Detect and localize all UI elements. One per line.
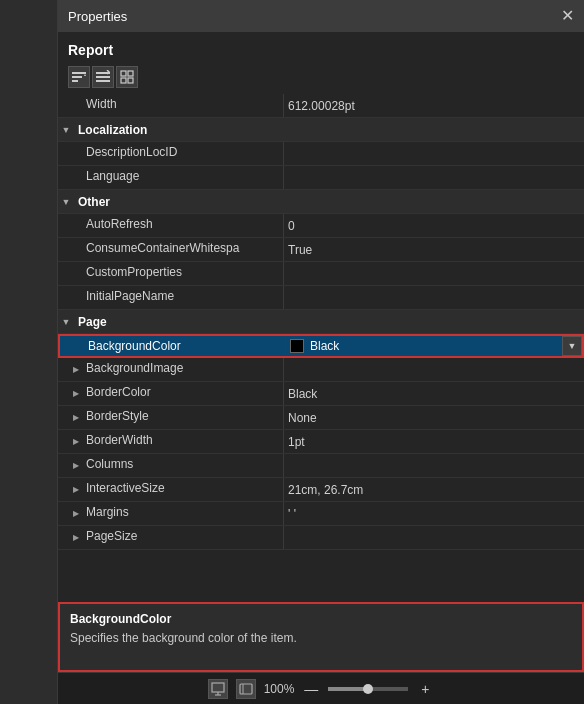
status-icon-2[interactable] bbox=[236, 679, 256, 699]
expander-descriptionlocid bbox=[68, 142, 84, 165]
svg-marker-3 bbox=[84, 74, 86, 76]
prop-value-borderwidth: 1pt bbox=[288, 435, 580, 449]
expander-consumecontainer bbox=[68, 238, 84, 261]
prop-value-margins: ' ' bbox=[288, 507, 580, 521]
prop-name-bordercolor: BorderColor bbox=[84, 382, 284, 405]
property-row-borderstyle[interactable]: ▶ BorderStyle None bbox=[58, 406, 584, 430]
prop-name-descriptionlocid: DescriptionLocID bbox=[84, 142, 284, 165]
svg-rect-2 bbox=[72, 80, 78, 82]
category-name-other: Other bbox=[74, 192, 114, 212]
prop-name-backgroundcolor: BackgroundColor bbox=[86, 336, 286, 356]
property-row-margins[interactable]: ▶ Margins ' ' bbox=[58, 502, 584, 526]
left-gutter bbox=[0, 0, 58, 704]
property-row-columns[interactable]: ▶ Columns bbox=[58, 454, 584, 478]
prop-value-autorefresh: 0 bbox=[288, 219, 580, 233]
expander-backgroundimage[interactable]: ▶ bbox=[68, 358, 84, 381]
prop-name-consumecontainer: ConsumeContainerWhitespa bbox=[84, 238, 284, 261]
color-swatch-backgroundcolor bbox=[290, 339, 304, 353]
info-box-title: BackgroundColor bbox=[70, 612, 572, 626]
prop-value-backgroundcolor: Black bbox=[310, 339, 558, 353]
zoom-thumb[interactable] bbox=[363, 684, 373, 694]
expander-page[interactable]: ▼ bbox=[58, 317, 74, 327]
svg-rect-8 bbox=[128, 71, 133, 76]
zoom-level: 100% bbox=[264, 682, 295, 696]
zoom-slider[interactable] bbox=[328, 687, 408, 691]
svg-rect-9 bbox=[121, 78, 126, 83]
prop-name-columns: Columns bbox=[84, 454, 284, 477]
property-row-pagesize[interactable]: ▶ PageSize bbox=[58, 526, 584, 550]
property-row-consumecontainer[interactable]: ConsumeContainerWhitespa True bbox=[58, 238, 584, 262]
toolbar-order-button[interactable] bbox=[92, 66, 114, 88]
svg-rect-6 bbox=[96, 80, 110, 82]
expander-localization[interactable]: ▼ bbox=[58, 125, 74, 135]
panel-title: Properties bbox=[68, 9, 127, 24]
property-row-descriptionlocid[interactable]: DescriptionLocID bbox=[58, 142, 584, 166]
svg-rect-5 bbox=[96, 76, 110, 78]
svg-rect-1 bbox=[72, 76, 82, 78]
property-row-backgroundimage[interactable]: ▶ BackgroundImage bbox=[58, 358, 584, 382]
toolbar bbox=[58, 64, 584, 94]
expander-borderstyle[interactable]: ▶ bbox=[68, 406, 84, 429]
property-row-backgroundcolor[interactable]: BackgroundColor Black ▼ bbox=[58, 334, 584, 358]
svg-rect-11 bbox=[212, 683, 224, 692]
prop-name-autorefresh: AutoRefresh bbox=[84, 214, 284, 237]
prop-name-backgroundimage: BackgroundImage bbox=[84, 358, 284, 381]
category-page[interactable]: ▼ Page bbox=[58, 310, 584, 334]
svg-rect-14 bbox=[240, 684, 252, 694]
prop-name-margins: Margins bbox=[84, 502, 284, 525]
expander-other[interactable]: ▼ bbox=[58, 197, 74, 207]
info-box: BackgroundColor Specifies the background… bbox=[58, 602, 584, 672]
property-row-borderwidth[interactable]: ▶ BorderWidth 1pt bbox=[58, 430, 584, 454]
prop-value-interactivesize: 21cm, 26.7cm bbox=[288, 483, 580, 497]
expander-language bbox=[68, 166, 84, 189]
expander-bordercolor[interactable]: ▶ bbox=[68, 382, 84, 405]
category-other[interactable]: ▼ Other bbox=[58, 190, 584, 214]
property-row-language[interactable]: Language bbox=[58, 166, 584, 190]
expander-borderwidth[interactable]: ▶ bbox=[68, 430, 84, 453]
property-row-interactivesize[interactable]: ▶ InteractiveSize 21cm, 26.7cm bbox=[58, 478, 584, 502]
svg-rect-10 bbox=[128, 78, 133, 83]
property-row-bordercolor[interactable]: ▶ BorderColor Black bbox=[58, 382, 584, 406]
expander-interactivesize[interactable]: ▶ bbox=[68, 478, 84, 501]
property-row-autorefresh[interactable]: AutoRefresh 0 bbox=[58, 214, 584, 238]
status-icon-1[interactable] bbox=[208, 679, 228, 699]
properties-panel: Properties ✕ Report bbox=[58, 0, 584, 704]
properties-list: Width 612.00028pt ▼ Localization Descrip… bbox=[58, 94, 584, 602]
prop-name-customproperties: CustomProperties bbox=[84, 262, 284, 285]
property-row-customproperties[interactable]: CustomProperties bbox=[58, 262, 584, 286]
toolbar-sort-button[interactable] bbox=[68, 66, 90, 88]
title-bar: Properties ✕ bbox=[58, 0, 584, 32]
expander-columns[interactable]: ▶ bbox=[68, 454, 84, 477]
expander-customproperties bbox=[68, 262, 84, 285]
prop-name-interactivesize: InteractiveSize bbox=[84, 478, 284, 501]
toolbar-grid-button[interactable] bbox=[116, 66, 138, 88]
expander-width bbox=[68, 94, 84, 117]
prop-name-pagesize: PageSize bbox=[84, 526, 284, 549]
category-name-page: Page bbox=[74, 312, 111, 332]
info-box-description: Specifies the background color of the it… bbox=[70, 630, 572, 647]
close-button[interactable]: ✕ bbox=[561, 8, 574, 24]
prop-name-language: Language bbox=[84, 166, 284, 189]
prop-value-width: 612.00028pt bbox=[288, 99, 580, 113]
prop-value-bordercolor: Black bbox=[288, 387, 580, 401]
expander-initialpagename bbox=[68, 286, 84, 309]
svg-rect-7 bbox=[121, 71, 126, 76]
zoom-in-button[interactable]: + bbox=[416, 681, 434, 697]
zoom-out-button[interactable]: — bbox=[302, 681, 320, 697]
status-bar: 100% — + bbox=[58, 672, 584, 704]
backgroundcolor-dropdown-button[interactable]: ▼ bbox=[562, 336, 582, 356]
prop-name-width: Width bbox=[84, 94, 284, 117]
expander-pagesize[interactable]: ▶ bbox=[68, 526, 84, 549]
property-row-initialpagename[interactable]: InitialPageName bbox=[58, 286, 584, 310]
property-row-width[interactable]: Width 612.00028pt bbox=[58, 94, 584, 118]
expander-autorefresh bbox=[68, 214, 84, 237]
prop-name-borderwidth: BorderWidth bbox=[84, 430, 284, 453]
expander-backgroundcolor bbox=[70, 336, 86, 356]
category-localization[interactable]: ▼ Localization bbox=[58, 118, 584, 142]
prop-value-borderstyle: None bbox=[288, 411, 580, 425]
report-heading: Report bbox=[58, 32, 584, 64]
expander-margins[interactable]: ▶ bbox=[68, 502, 84, 525]
prop-name-initialpagename: InitialPageName bbox=[84, 286, 284, 309]
svg-rect-0 bbox=[72, 72, 86, 74]
category-name-localization: Localization bbox=[74, 120, 151, 140]
